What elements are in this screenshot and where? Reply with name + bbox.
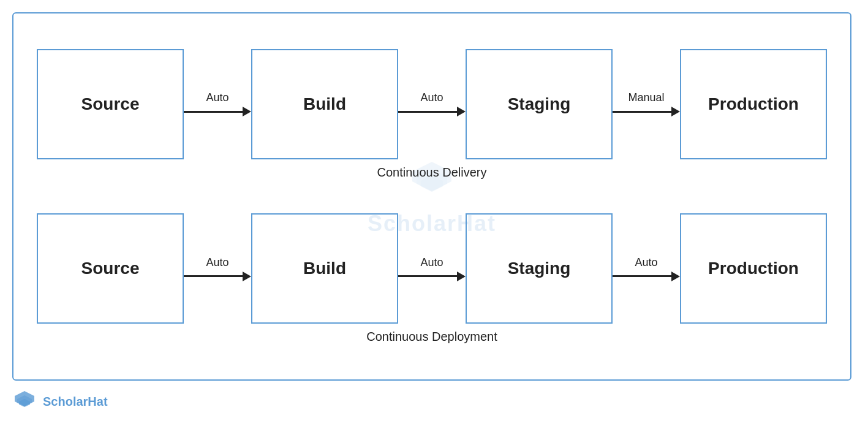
cd-arrow-2-shaft: [398, 111, 457, 113]
cd-arrow-1-head: [243, 107, 251, 116]
cd-staging-label: Staging: [508, 94, 571, 114]
cd-arrow-1: Auto: [184, 91, 251, 116]
cdp-staging-box: Staging: [466, 213, 613, 324]
cd-arrow-3-label: Manual: [628, 91, 664, 104]
cd-arrow-3-line: [613, 107, 680, 116]
cdp-arrow-1: Auto: [184, 256, 251, 281]
continuous-deployment-label: Continuous Deployment: [366, 330, 497, 344]
cd-arrow-2-label: Auto: [420, 91, 443, 104]
cd-arrow-1-line: [184, 107, 251, 116]
cdp-arrow-3-head: [671, 272, 680, 281]
cd-source-box: Source: [37, 49, 184, 159]
cdp-build-box: Build: [251, 213, 398, 324]
cdp-source-label: Source: [81, 259, 140, 278]
cdp-arrow-1-shaft: [184, 275, 243, 277]
cd-arrow-3: Manual: [613, 91, 680, 116]
continuous-delivery-section: Source Auto Build Auto Stagi: [37, 49, 827, 180]
continuous-delivery-label: Continuous Delivery: [377, 165, 487, 180]
cdp-production-label: Production: [708, 259, 799, 278]
cdp-arrow-3: Auto: [613, 256, 680, 281]
cd-production-box: Production: [680, 49, 827, 159]
cdp-source-box: Source: [37, 213, 184, 324]
cd-source-label: Source: [81, 94, 140, 114]
cdp-arrow-1-label: Auto: [206, 256, 228, 269]
cd-arrow-1-label: Auto: [206, 91, 228, 104]
cdp-arrow-2-head: [457, 272, 466, 281]
cd-staging-box: Staging: [466, 49, 613, 159]
cdp-staging-label: Staging: [508, 259, 571, 278]
footer-brand-text: ScholarHat: [43, 395, 108, 409]
cdp-arrow-1-head: [243, 272, 251, 281]
scholarhat-logo-icon: [12, 389, 37, 414]
cd-arrow-3-head: [671, 107, 680, 116]
continuous-deployment-section: Source Auto Build Auto Stagi: [37, 213, 827, 344]
cd-build-label: Build: [303, 94, 346, 114]
cdp-arrow-3-label: Auto: [635, 256, 657, 269]
cdp-arrow-3-shaft: [613, 275, 671, 277]
cdp-arrow-2-line: [398, 272, 466, 281]
cd-build-box: Build: [251, 49, 398, 159]
cdp-arrow-1-line: [184, 272, 251, 281]
main-diagram-container: ScholarHat Source Auto Build Auto: [12, 12, 851, 381]
cdp-arrow-2-label: Auto: [420, 256, 443, 269]
cdp-build-label: Build: [303, 259, 346, 278]
cd-production-label: Production: [708, 94, 799, 114]
continuous-delivery-row: Source Auto Build Auto Stagi: [37, 49, 827, 159]
cd-arrow-2-head: [457, 107, 466, 116]
continuous-deployment-row: Source Auto Build Auto Stagi: [37, 213, 827, 324]
cd-arrow-2-line: [398, 107, 466, 116]
cdp-arrow-2: Auto: [398, 256, 466, 281]
cdp-production-box: Production: [680, 213, 827, 324]
cd-arrow-2: Auto: [398, 91, 466, 116]
footer-logo: ScholarHat: [12, 389, 108, 414]
cdp-arrow-2-shaft: [398, 275, 457, 277]
cdp-arrow-3-line: [613, 272, 680, 281]
cd-arrow-3-shaft: [613, 111, 671, 113]
cd-arrow-1-shaft: [184, 111, 243, 113]
